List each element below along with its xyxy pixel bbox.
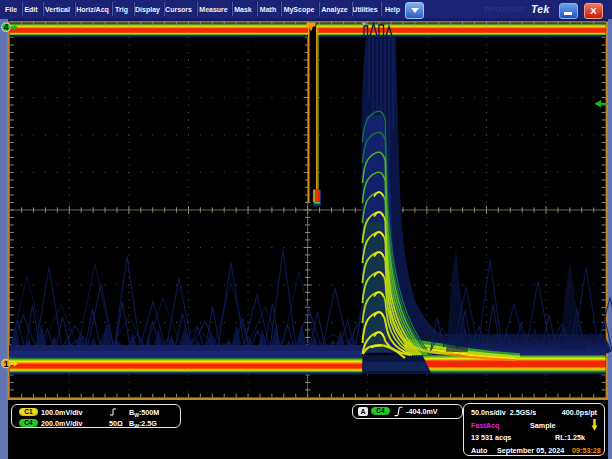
svg-text:1: 1	[4, 359, 9, 369]
svg-text:4: 4	[4, 22, 9, 32]
